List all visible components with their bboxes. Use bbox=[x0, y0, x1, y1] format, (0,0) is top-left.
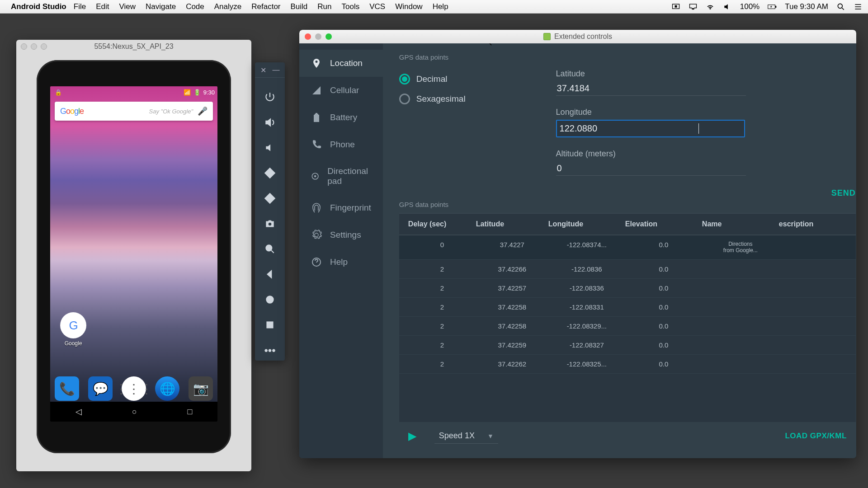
google-app-label: Google bbox=[60, 340, 86, 347]
svg-rect-10 bbox=[267, 322, 273, 328]
sidebar-item-battery[interactable]: Battery bbox=[299, 104, 383, 131]
toolbar-camera-icon[interactable] bbox=[255, 218, 285, 232]
spotlight-icon[interactable] bbox=[836, 2, 845, 11]
menu-run[interactable]: Run bbox=[317, 2, 331, 11]
toolbar-more-icon[interactable]: ••• bbox=[255, 344, 285, 357]
status-time: 9:30 bbox=[203, 89, 215, 96]
menu-help[interactable]: Help bbox=[433, 2, 448, 11]
altitude-input[interactable]: 0 bbox=[556, 161, 746, 176]
app-name[interactable]: Android Studio bbox=[11, 2, 66, 11]
emulator-toolbar: ✕ — ••• bbox=[255, 62, 285, 361]
dock-camera-icon[interactable]: 📷 bbox=[189, 376, 213, 401]
sidebar-item-cellular[interactable]: Cellular bbox=[299, 77, 383, 104]
home-app-google[interactable]: G Google bbox=[60, 312, 86, 347]
sidebar-item-location[interactable]: Location bbox=[299, 50, 383, 77]
table-row[interactable]: 237.42266-122.08360.0 bbox=[399, 260, 856, 279]
menu-edit[interactable]: Edit bbox=[96, 2, 109, 11]
menu-analyze[interactable]: Analyze bbox=[214, 2, 241, 11]
toolbar-back-icon[interactable] bbox=[255, 268, 285, 283]
play-button[interactable]: ▶ bbox=[408, 430, 416, 442]
col-longitude: Longitude bbox=[548, 220, 625, 228]
dock-browser-icon[interactable]: 🌐 bbox=[155, 376, 179, 401]
dock-apps-icon[interactable]: ⋮⋮⋮ bbox=[122, 376, 146, 401]
extended-titlebar[interactable]: Extended controls bbox=[299, 30, 856, 43]
dock-phone-icon[interactable]: 📞 bbox=[55, 376, 79, 401]
volume-icon[interactable] bbox=[723, 2, 732, 11]
phone-screen[interactable]: 🔒 📶 🔋 9:30 Google Say "Ok Google" 🎤 G Go… bbox=[50, 86, 217, 422]
emulator-traffic-lights[interactable] bbox=[21, 43, 47, 50]
nav-back-icon[interactable]: ◁ bbox=[75, 407, 82, 417]
radio-icon bbox=[399, 94, 410, 104]
toolbar-power-icon[interactable] bbox=[255, 91, 285, 106]
menu-code[interactable]: Code bbox=[186, 2, 204, 11]
battery-text: 100% bbox=[740, 2, 760, 11]
google-search-bar[interactable]: Google Say "Ok Google" 🎤 bbox=[55, 102, 213, 121]
radio-decimal[interactable]: Decimal bbox=[399, 74, 466, 84]
toolbar-volume-down-icon[interactable] bbox=[255, 142, 285, 156]
window-traffic-lights[interactable] bbox=[305, 33, 332, 40]
sidebar-label-settings: Settings bbox=[330, 230, 361, 240]
toolbar-volume-up-icon[interactable] bbox=[255, 117, 285, 131]
latitude-input[interactable]: 37.4184 bbox=[556, 81, 746, 96]
sidebar-item-settings[interactable]: Settings bbox=[299, 221, 383, 249]
longitude-label: Longitude bbox=[556, 108, 856, 117]
minimize-button[interactable] bbox=[315, 33, 321, 40]
menu-view[interactable]: View bbox=[119, 2, 136, 11]
radio-sexagesimal[interactable]: Sexagesimal bbox=[399, 94, 466, 104]
speed-label: Speed 1X bbox=[439, 431, 475, 441]
table-row[interactable]: 037.4227-122.08374...0.0Directionsfrom G… bbox=[399, 235, 856, 260]
sidebar-item-help[interactable]: Help bbox=[299, 249, 383, 276]
menu-navigate[interactable]: Navigate bbox=[146, 2, 176, 11]
table-row[interactable]: 237.42258-122.08329...0.0 bbox=[399, 317, 856, 336]
gps-table-body[interactable]: 037.4227-122.08374...0.0Directionsfrom G… bbox=[399, 235, 856, 374]
phone-frame: 🔒 📶 🔋 9:30 Google Say "Ok Google" 🎤 G Go… bbox=[37, 60, 231, 453]
menu-tools[interactable]: Tools bbox=[342, 2, 360, 11]
table-row[interactable]: 237.42258-122.083310.0 bbox=[399, 298, 856, 317]
screenshare-icon[interactable] bbox=[671, 2, 680, 11]
table-row[interactable]: 237.42257-122.083360.0 bbox=[399, 279, 856, 298]
toolbar-close-icon[interactable]: ✕ bbox=[260, 66, 266, 75]
table-row[interactable]: 237.42259-122.083270.0 bbox=[399, 336, 856, 355]
speed-select[interactable]: Speed 1X ▼ bbox=[434, 428, 498, 444]
toolbar-rotate-left-icon[interactable] bbox=[255, 167, 285, 182]
latitude-label: Latitude bbox=[556, 69, 856, 79]
extended-sidebar: Location Cellular Battery Phone Directio… bbox=[299, 43, 383, 458]
emulator-titlebar[interactable]: 5554:Nexus_5X_API_23 bbox=[16, 40, 251, 53]
load-gpx-button[interactable]: LOAD GPX/KML bbox=[785, 432, 846, 441]
nav-recent-icon[interactable]: □ bbox=[187, 407, 192, 417]
toolbar-home-icon[interactable] bbox=[255, 294, 285, 308]
sidebar-item-fingerprint[interactable]: Fingerprint bbox=[299, 194, 383, 221]
dock-messages-icon[interactable]: 💬 bbox=[88, 376, 113, 401]
zoom-button[interactable] bbox=[326, 33, 332, 40]
toolbar-overview-icon[interactable] bbox=[255, 319, 285, 333]
menu-file[interactable]: File bbox=[74, 2, 86, 11]
sidebar-item-phone[interactable]: Phone bbox=[299, 131, 383, 158]
clock-text: Tue 9:30 AM bbox=[785, 2, 828, 11]
google-app-icon[interactable]: G bbox=[60, 312, 86, 338]
sidebar-item-dpad[interactable]: Directional pad bbox=[299, 158, 383, 194]
battery-icon[interactable] bbox=[768, 2, 777, 11]
notifications-icon[interactable] bbox=[854, 2, 863, 11]
send-button[interactable]: SEND bbox=[831, 188, 856, 197]
toolbar-rotate-right-icon[interactable] bbox=[255, 192, 285, 207]
wifi-icon[interactable] bbox=[706, 2, 715, 11]
desktop: 5554:Nexus_5X_API_23 🔒 📶 🔋 9:30 Google S… bbox=[0, 14, 868, 488]
menu-build[interactable]: Build bbox=[291, 2, 308, 11]
menu-vcs[interactable]: VCS bbox=[369, 2, 385, 11]
menu-window[interactable]: Window bbox=[395, 2, 422, 11]
longitude-input[interactable]: 122.0880 bbox=[556, 120, 745, 137]
toolbar-minimize-icon[interactable]: — bbox=[273, 66, 280, 75]
toolbar-zoom-icon[interactable] bbox=[255, 243, 285, 258]
sidebar-label-battery: Battery bbox=[330, 113, 357, 122]
sidebar-label-phone: Phone bbox=[330, 140, 355, 150]
close-button[interactable] bbox=[305, 33, 311, 40]
airplay-icon[interactable] bbox=[689, 2, 698, 11]
mic-icon[interactable]: 🎤 bbox=[198, 106, 208, 116]
window-app-icon bbox=[543, 33, 551, 40]
nav-home-icon[interactable]: ○ bbox=[132, 407, 137, 417]
android-status-bar[interactable]: 🔒 📶 🔋 9:30 bbox=[50, 86, 217, 98]
table-row[interactable]: 237.42262-122.08325...0.0 bbox=[399, 355, 856, 374]
svg-rect-3 bbox=[775, 5, 776, 7]
window-title: Extended controls bbox=[554, 33, 612, 41]
menu-refactor[interactable]: Refactor bbox=[251, 2, 280, 11]
